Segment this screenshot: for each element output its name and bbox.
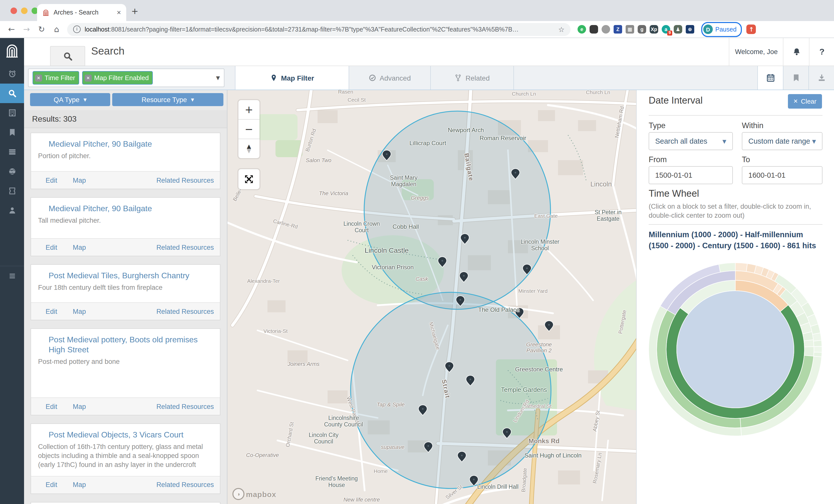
result-title-link[interactable]: Post Medieval Objects, 3 Vicars Court (38, 430, 213, 440)
profile-chip[interactable]: D Paused (701, 22, 742, 37)
tab-map-filter[interactable]: Map Filter (235, 66, 349, 90)
from-date-input[interactable]: 1500-01-01 (649, 166, 733, 184)
globe-extension-icon[interactable]: ⊕ (686, 25, 694, 33)
sidebar-item-rdm[interactable] (0, 142, 24, 162)
result-card[interactable]: Post Medieval pottery, Boots old premise… (30, 328, 220, 415)
close-tab-icon[interactable]: ✕ (117, 9, 121, 16)
time-wheel-chart[interactable] (645, 259, 826, 441)
result-card[interactable]: Medieval Pitcher, 90 Bailgate Portion of… (30, 133, 220, 189)
close-window-button[interactable] (10, 7, 17, 14)
filter-chip[interactable]: ✕Time Filter (32, 71, 79, 85)
sidebar-item-bookmarks[interactable] (0, 123, 24, 142)
sidebar-item-recent[interactable] (0, 64, 24, 84)
search-icon-button[interactable] (50, 46, 85, 66)
tab-related[interactable]: Related (430, 66, 514, 90)
sidebar-item-cards[interactable] (0, 181, 24, 201)
evernote-extension-icon[interactable]: e (577, 25, 586, 33)
zoom-in-button[interactable]: + (238, 100, 260, 120)
chevron-down-icon[interactable]: ▼ (216, 75, 220, 81)
bookmark-star-icon[interactable]: ☆ (558, 25, 565, 33)
fullscreen-button[interactable] (238, 169, 260, 189)
tab-advanced[interactable]: Advanced (349, 66, 431, 90)
grepper-extension-icon[interactable]: g (638, 25, 646, 33)
xp-extension-icon[interactable]: Xp (650, 25, 658, 33)
edit-link[interactable]: Edit (37, 481, 57, 488)
sphere-extension-icon[interactable] (601, 25, 610, 33)
address-bar[interactable]: i localhost:8081/search?paging-filter=1&… (67, 23, 571, 36)
map-label: Burton Rd (304, 128, 317, 152)
tab-export[interactable] (809, 66, 834, 90)
home-icon[interactable]: ⌂ (49, 25, 64, 34)
zotero-extension-icon[interactable]: Z (614, 25, 622, 33)
sidebar-item-profile[interactable] (0, 201, 24, 220)
map-link[interactable]: Map (64, 403, 86, 410)
time-wheel-center[interactable] (677, 291, 794, 408)
time-wheel-segment[interactable] (813, 340, 822, 347)
result-card[interactable]: Medieval Pitcher, 90 Bailgate Tall medie… (30, 197, 220, 256)
map-link[interactable]: Map (64, 481, 86, 488)
welcome-user[interactable]: Welcome, Joe (729, 38, 784, 66)
result-title-link[interactable]: Medieval Pitcher, 90 Bailgate (38, 204, 213, 214)
remove-filter-icon[interactable]: ✕ (35, 74, 42, 81)
compass-button[interactable]: ▲▼ (238, 139, 260, 158)
result-title-link[interactable]: Medieval Pitcher, 90 Bailgate (38, 139, 213, 149)
remove-filter-icon[interactable]: ✕ (85, 74, 92, 81)
result-card[interactable]: Post Medieval Tiles, Burghersh Chantry F… (30, 264, 220, 320)
time-wheel-segment[interactable] (814, 346, 822, 352)
notifications-button[interactable] (783, 38, 809, 66)
related-resources-link[interactable]: Related Resources (148, 177, 214, 184)
sidebar-item-map-layers[interactable] (0, 162, 24, 181)
related-resources-link[interactable]: Related Resources (148, 244, 214, 251)
person-extension-icon[interactable]: ♟ (674, 25, 682, 33)
edit-link[interactable]: Edit (37, 307, 57, 315)
within-select[interactable]: Custom date range▼ (742, 132, 822, 150)
grid-extension-icon[interactable]: ▦ (626, 25, 634, 33)
related-resources-link[interactable]: Related Resources (148, 403, 214, 410)
edit-link[interactable]: Edit (37, 177, 57, 184)
site-info-icon[interactable]: i (73, 25, 81, 33)
time-wheel-segment[interactable] (812, 333, 821, 341)
new-tab-button[interactable]: + (131, 6, 138, 16)
result-card[interactable]: Post Medieval Objects, 3 Vicars Court Co… (30, 423, 220, 494)
dark-extension-icon[interactable] (590, 25, 598, 33)
tab-saved-searches[interactable] (783, 66, 809, 90)
arches-logo[interactable] (4, 43, 20, 59)
related-resources-link[interactable]: Related Resources (148, 307, 214, 315)
clear-filter-button[interactable]: ✕Clear (788, 94, 822, 109)
back-icon[interactable]: ← (4, 25, 19, 34)
time-wheel-segment[interactable] (735, 263, 747, 272)
edit-link[interactable]: Edit (37, 244, 57, 251)
a9-extension-icon[interactable]: a9 (662, 25, 670, 33)
map-link[interactable]: Map (64, 177, 86, 184)
resource-type-button[interactable]: Resource Type▼ (112, 93, 223, 106)
qa-type-button[interactable]: QA Type▼ (30, 93, 110, 106)
sidebar-item-menu[interactable] (0, 266, 24, 286)
result-title-link[interactable]: Post Medieval Tiles, Burghersh Chantry (38, 271, 213, 281)
sidebar-item-search[interactable] (0, 84, 24, 103)
time-wheel-segment[interactable] (719, 263, 735, 272)
filter-chip[interactable]: ✕Map Filter Enabled (82, 71, 153, 85)
to-date-input[interactable]: 1600-01-01 (742, 166, 822, 184)
reload-icon[interactable]: ↻ (34, 25, 49, 34)
result-title-link[interactable]: Post Medieval pottery, Boots old premise… (38, 335, 213, 355)
time-wheel-segment[interactable] (804, 347, 814, 356)
search-input[interactable]: Search (91, 45, 125, 57)
forward-icon[interactable]: → (19, 25, 34, 34)
date-type-select[interactable]: Search all dates▼ (649, 132, 733, 150)
chevron-down-icon: ▼ (83, 97, 86, 102)
related-resources-link[interactable]: Related Resources (148, 481, 214, 488)
minimize-window-button[interactable] (21, 7, 27, 14)
active-filters-box[interactable]: ✕Time Filter✕Map Filter Enabled ▼ (28, 69, 224, 87)
browser-tab[interactable]: Arches - Search ✕ (37, 4, 126, 21)
help-button[interactable]: ? (809, 38, 834, 66)
tab-time[interactable] (758, 66, 783, 90)
result-card[interactable] (30, 502, 220, 504)
map-canvas[interactable]: RasenCecil StChurch LnChurch LnNettleham… (227, 90, 636, 504)
time-wheel-segment[interactable] (804, 340, 814, 347)
browser-update-icon[interactable]: ↑ (747, 25, 756, 34)
sidebar-item-resource-manager[interactable] (0, 103, 24, 123)
map-link[interactable]: Map (64, 307, 86, 315)
edit-link[interactable]: Edit (37, 403, 57, 410)
map-link[interactable]: Map (64, 244, 86, 251)
zoom-out-button[interactable]: − (238, 120, 260, 139)
